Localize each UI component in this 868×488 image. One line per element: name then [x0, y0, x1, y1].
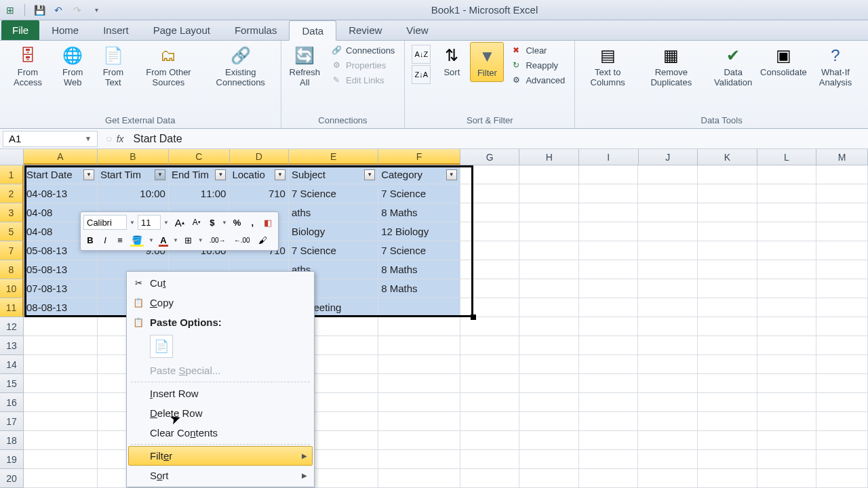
empty-cell[interactable]	[757, 393, 817, 412]
empty-cell[interactable]	[519, 298, 579, 317]
empty-cell[interactable]	[579, 336, 639, 355]
empty-cell[interactable]	[698, 412, 757, 431]
filter-dropdown-icon[interactable]: ▼	[275, 169, 285, 180]
tab-file[interactable]: File	[1, 20, 39, 40]
data-cell[interactable]: 07-08-13	[24, 279, 98, 298]
name-box[interactable]: A1 ▼	[3, 131, 98, 147]
column-header-J[interactable]: J	[639, 149, 698, 165]
empty-cell[interactable]	[460, 450, 520, 469]
column-header-E[interactable]: E	[289, 149, 378, 165]
empty-cell[interactable]	[757, 355, 817, 374]
row-header-19[interactable]: 19	[0, 450, 24, 469]
empty-cell[interactable]	[579, 355, 639, 374]
empty-cell[interactable]	[579, 222, 639, 241]
data-cell[interactable]: 7 Science	[289, 184, 378, 203]
empty-cell[interactable]	[519, 184, 579, 203]
empty-cell[interactable]	[579, 298, 639, 317]
table-header-cell[interactable]: Category▼	[378, 165, 460, 184]
empty-cell[interactable]	[638, 184, 698, 203]
empty-cell[interactable]	[579, 450, 639, 469]
column-header-G[interactable]: G	[460, 149, 520, 165]
qat-dropdown-icon[interactable]: ▾	[89, 3, 104, 18]
menu-sort[interactable]: Sort▶	[128, 466, 313, 485]
column-header-A[interactable]: A	[24, 149, 98, 165]
empty-cell[interactable]	[638, 203, 698, 222]
empty-cell[interactable]	[698, 279, 757, 298]
font-color-icon[interactable]: A	[157, 232, 170, 247]
tab-data[interactable]: Data	[289, 20, 336, 41]
advanced-filter-button[interactable]: ⚙Advanced	[508, 73, 568, 87]
tab-view[interactable]: View	[394, 20, 440, 40]
row-header-13[interactable]: 13	[0, 336, 24, 355]
empty-cell[interactable]	[24, 450, 98, 469]
filter-dropdown-icon[interactable]: ▼	[446, 169, 457, 180]
empty-cell[interactable]	[579, 317, 639, 336]
empty-cell[interactable]	[24, 469, 98, 488]
table-header-cell[interactable]: Subject▼	[289, 165, 378, 184]
empty-cell[interactable]	[460, 431, 520, 450]
comma-format-icon[interactable]: ,	[245, 215, 259, 230]
row-header-1[interactable]: 1	[0, 165, 24, 184]
empty-cell[interactable]	[519, 165, 579, 184]
empty-cell[interactable]	[816, 431, 868, 450]
empty-cell[interactable]	[519, 393, 579, 412]
table-header-cell[interactable]: Locatio▼	[229, 165, 289, 184]
accounting-format-icon[interactable]: $	[205, 215, 219, 230]
empty-cell[interactable]	[698, 317, 757, 336]
row-header-12[interactable]: 12	[0, 317, 24, 336]
empty-cell[interactable]	[757, 374, 817, 393]
empty-cell[interactable]	[460, 355, 520, 374]
empty-cell[interactable]	[24, 355, 98, 374]
empty-cell[interactable]	[757, 469, 817, 488]
row-header-10[interactable]: 10	[0, 279, 24, 298]
empty-cell[interactable]	[579, 393, 639, 412]
menu-copy[interactable]: 📋Copy	[128, 293, 313, 312]
bold-icon[interactable]: B	[83, 232, 97, 247]
empty-cell[interactable]	[519, 203, 579, 222]
menu-cut[interactable]: ✂Cut	[128, 273, 313, 293]
tab-page-layout[interactable]: Page Layout	[141, 20, 222, 40]
formula-input[interactable]	[130, 133, 868, 145]
empty-cell[interactable]	[816, 469, 868, 488]
empty-cell[interactable]	[638, 298, 698, 317]
empty-cell[interactable]	[638, 222, 698, 241]
data-cell[interactable]: 05-08-13	[24, 260, 98, 279]
row-header-18[interactable]: 18	[0, 431, 24, 450]
row-header-3[interactable]: 3	[0, 203, 24, 222]
filter-button[interactable]: ▼Filter	[470, 42, 504, 82]
data-cell[interactable]: 8 Maths	[378, 260, 460, 279]
empty-cell[interactable]	[816, 450, 868, 469]
name-box-dropdown-icon[interactable]: ▼	[85, 135, 92, 142]
italic-icon[interactable]: I	[98, 232, 112, 247]
increase-decimal-icon[interactable]: .00→	[206, 232, 229, 247]
percent-format-icon[interactable]: %	[230, 215, 245, 230]
empty-cell[interactable]	[757, 260, 817, 279]
row-header-11[interactable]: 11	[0, 298, 24, 317]
menu-filter[interactable]: Filter▶	[128, 446, 313, 466]
empty-cell[interactable]	[757, 412, 817, 431]
format-painter-icon[interactable]: 🖌	[255, 232, 271, 247]
empty-cell[interactable]	[579, 469, 639, 488]
existing-connections-button[interactable]: 🔗Existing Connections	[205, 42, 277, 91]
empty-cell[interactable]	[816, 393, 868, 412]
empty-cell[interactable]	[638, 469, 698, 488]
column-header-M[interactable]: M	[816, 149, 868, 165]
empty-cell[interactable]	[460, 374, 520, 393]
empty-cell[interactable]	[579, 431, 639, 450]
empty-cell[interactable]	[816, 165, 868, 184]
connections-button[interactable]: 🔗Connections	[328, 43, 397, 57]
data-cell[interactable]: 8 Maths	[378, 203, 460, 222]
consolidate-button[interactable]: ▣Consolidate	[762, 42, 806, 81]
empty-cell[interactable]	[460, 165, 520, 184]
empty-cell[interactable]	[698, 355, 757, 374]
empty-cell[interactable]	[519, 469, 579, 488]
column-header-F[interactable]: F	[378, 149, 460, 165]
clear-filter-button[interactable]: ✖Clear	[508, 43, 568, 57]
font-dropdown-icon[interactable]: ▼	[128, 220, 136, 226]
data-cell[interactable]: 7 Science	[289, 241, 378, 260]
empty-cell[interactable]	[698, 450, 757, 469]
empty-cell[interactable]	[816, 412, 868, 431]
empty-cell[interactable]	[24, 336, 98, 355]
empty-cell[interactable]	[757, 279, 817, 298]
font-name-input[interactable]	[83, 215, 127, 230]
